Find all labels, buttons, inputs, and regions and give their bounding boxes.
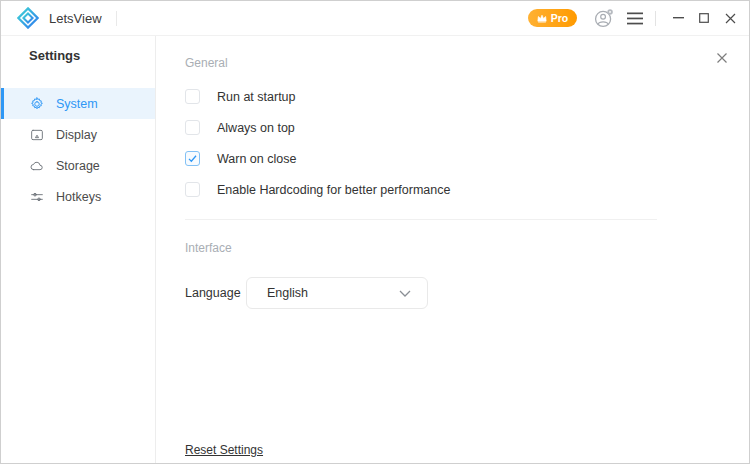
- sidebar-item-label: System: [56, 97, 98, 111]
- checkbox-run-at-startup[interactable]: [185, 89, 200, 104]
- option-enable-hardcoding[interactable]: Enable Hardcoding for better performance: [185, 174, 749, 205]
- option-label: Warn on close: [217, 152, 296, 166]
- sliders-icon: [29, 189, 45, 205]
- option-always-on-top[interactable]: Always on top: [185, 112, 749, 143]
- user-avatar-icon: [593, 7, 615, 29]
- option-label: Enable Hardcoding for better performance: [217, 183, 450, 197]
- gear-icon: [29, 96, 45, 112]
- option-run-at-startup[interactable]: Run at startup: [185, 81, 749, 112]
- sidebar-item-label: Hotkeys: [56, 190, 101, 204]
- crown-icon: [537, 14, 547, 23]
- sidebar-item-system[interactable]: System: [1, 88, 155, 119]
- menu-button[interactable]: [627, 12, 643, 25]
- section-divider: [185, 219, 657, 220]
- app-title: LetsView: [49, 11, 102, 26]
- sidebar-item-hotkeys[interactable]: Hotkeys: [1, 181, 155, 212]
- sidebar-item-label: Display: [56, 128, 97, 142]
- checkbox-always-on-top[interactable]: [185, 120, 200, 135]
- window-body: Settings System Display: [1, 36, 749, 463]
- titlebar: LetsView Pro: [1, 1, 749, 36]
- account-button[interactable]: [593, 7, 615, 29]
- close-window-button[interactable]: [717, 5, 743, 31]
- language-dropdown[interactable]: English: [246, 277, 428, 309]
- maximize-button[interactable]: [691, 5, 717, 31]
- option-label: Run at startup: [217, 90, 296, 104]
- check-icon: [187, 153, 198, 164]
- general-section-title: General: [185, 55, 749, 71]
- sidebar-nav: System Display Storage: [1, 88, 155, 212]
- maximize-icon: [699, 13, 709, 23]
- display-icon: [29, 127, 45, 143]
- sidebar-item-storage[interactable]: Storage: [1, 150, 155, 181]
- general-options: Run at startup Always on top Warn on clo…: [185, 81, 749, 205]
- letsview-logo-icon: [17, 7, 39, 29]
- option-warn-on-close[interactable]: Warn on close: [185, 143, 749, 174]
- close-icon: [725, 13, 736, 24]
- settings-panel: General Run at startup Always on top: [156, 36, 749, 463]
- option-label: Always on top: [217, 121, 295, 135]
- pro-badge-label: Pro: [551, 13, 569, 24]
- window-controls-separator: [655, 11, 656, 26]
- letsview-settings-window: LetsView Pro: [0, 0, 750, 464]
- titlebar-divider: [116, 11, 117, 26]
- pro-badge-button[interactable]: Pro: [528, 9, 577, 27]
- close-settings-button[interactable]: [713, 49, 731, 67]
- checkbox-enable-hardcoding[interactable]: [185, 182, 200, 197]
- minimize-button[interactable]: [665, 5, 691, 31]
- minimize-icon: [673, 17, 684, 19]
- reset-settings-link[interactable]: Reset Settings: [185, 443, 263, 457]
- cloud-icon: [29, 158, 45, 174]
- sidebar-title: Settings: [29, 48, 155, 64]
- interface-section-title: Interface: [185, 240, 749, 256]
- language-setting-row: Language English: [185, 277, 749, 309]
- checkbox-warn-on-close[interactable]: [185, 151, 200, 166]
- hamburger-icon: [627, 12, 643, 25]
- chevron-down-icon: [399, 290, 411, 297]
- close-icon: [716, 52, 728, 64]
- language-selected-value: English: [267, 286, 399, 300]
- sidebar-item-display[interactable]: Display: [1, 119, 155, 150]
- language-label: Language: [185, 286, 246, 300]
- sidebar-item-label: Storage: [56, 159, 100, 173]
- settings-sidebar: Settings System Display: [1, 36, 156, 463]
